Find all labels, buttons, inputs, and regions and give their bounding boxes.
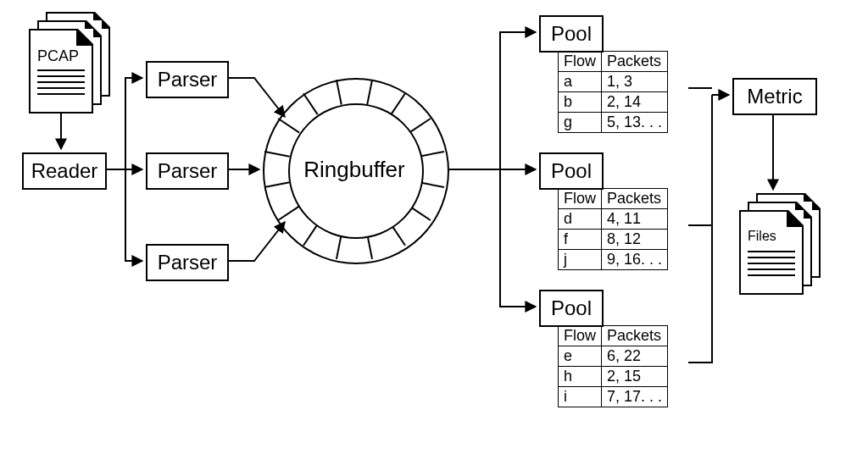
parser-box-1: Parser <box>146 152 229 190</box>
pool-table-1: FlowPackets d4, 11 f8, 12 j9, 16. . . <box>558 188 668 270</box>
metric-box: Metric <box>732 78 817 115</box>
pool-table-2: FlowPackets e6, 22 h2, 15 i7, 17. . . <box>558 325 668 407</box>
parser-box-2: Parser <box>146 244 229 281</box>
parser-label-1: Parser <box>158 159 218 183</box>
pool-label-0: Pool <box>551 22 592 46</box>
ringbuffer-label: Ringbuffer <box>288 103 420 235</box>
outfiles-label: Files <box>748 229 776 244</box>
pool-label-2: Pool <box>551 296 592 320</box>
pcap-label: PCAP <box>37 47 79 65</box>
pool-box-2: Pool <box>539 290 604 327</box>
parser-box-0: Parser <box>146 61 229 98</box>
pool-box-1: Pool <box>539 152 604 190</box>
reader-box: Reader <box>22 152 107 190</box>
metric-label: Metric <box>747 85 802 108</box>
reader-label: Reader <box>31 159 98 183</box>
pool-box-0: Pool <box>539 15 604 53</box>
pool-label-1: Pool <box>551 159 592 183</box>
parser-label-0: Parser <box>158 68 218 91</box>
pool-table-0: FlowPackets a1, 3 b2, 14 g5, 13. . . <box>558 51 668 133</box>
parser-label-2: Parser <box>158 251 218 274</box>
arrows-overlay <box>0 0 868 454</box>
